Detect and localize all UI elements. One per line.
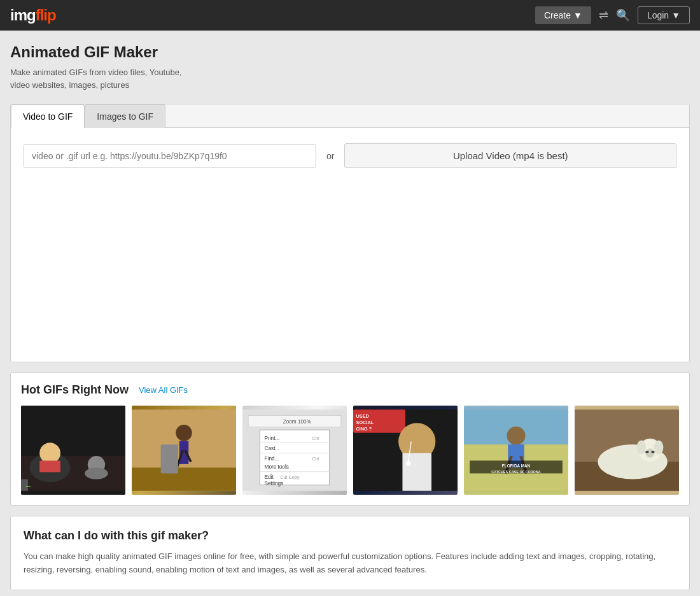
svg-text:Cut  Copy: Cut Copy bbox=[280, 474, 300, 480]
header-right: Create ▼ ⇌ 🔍 Login ▼ bbox=[535, 6, 690, 24]
svg-text:Settings: Settings bbox=[265, 481, 284, 486]
svg-text:Print...: Print... bbox=[265, 436, 280, 441]
create-button[interactable]: Create ▼ bbox=[535, 6, 591, 24]
login-label: Login bbox=[647, 10, 669, 20]
gifs-grid: ▪▪▪ bbox=[21, 406, 679, 495]
gif-image-3: Zoom 100% Print... Ctrl Cast... Find... … bbox=[242, 406, 347, 495]
tab-images-to-gif[interactable]: Images to GIF bbox=[85, 104, 165, 128]
url-input[interactable] bbox=[24, 144, 316, 168]
svg-point-58 bbox=[651, 451, 654, 453]
svg-point-54 bbox=[636, 441, 646, 455]
svg-text:CING ?: CING ? bbox=[356, 426, 372, 432]
input-area: or Upload Video (mp4 is best) bbox=[11, 128, 689, 183]
logo: imgflip bbox=[10, 6, 56, 24]
hot-gifs-section: Hot GIFs Right Now View All GIFs bbox=[10, 372, 690, 506]
page-content: Animated GIF Maker Make animated GIFs fr… bbox=[0, 31, 700, 596]
or-label: or bbox=[326, 151, 334, 161]
gif-thumbnail-5[interactable]: FLORIDA MAN CATCHES CASE OF CORONA bbox=[464, 406, 568, 495]
login-chevron-icon: ▼ bbox=[671, 10, 680, 20]
svg-point-6 bbox=[85, 467, 108, 479]
gif-thumbnail-4[interactable]: USED SOCIAL CING ? bbox=[353, 406, 458, 495]
upload-video-button[interactable]: Upload Video (mp4 is best) bbox=[344, 143, 676, 168]
gif-image-2 bbox=[132, 406, 236, 495]
header: imgflip Create ▼ ⇌ 🔍 Login ▼ bbox=[0, 0, 700, 31]
create-label: Create bbox=[544, 10, 571, 20]
shuffle-icon[interactable]: ⇌ bbox=[599, 8, 608, 22]
info-title: What can I do with this gif maker? bbox=[24, 529, 676, 543]
svg-text:USED: USED bbox=[356, 413, 369, 419]
svg-text:Zoom 100%: Zoom 100% bbox=[283, 419, 311, 425]
svg-text:CATCHES CASE OF CORONA: CATCHES CASE OF CORONA bbox=[491, 470, 541, 474]
svg-text:Cast...: Cast... bbox=[265, 446, 280, 451]
gif-thumbnail-2[interactable] bbox=[132, 406, 236, 495]
svg-rect-15 bbox=[161, 444, 178, 474]
upload-label: Upload Video bbox=[453, 150, 510, 161]
svg-point-40 bbox=[406, 461, 410, 465]
gif-image-1: ▪▪▪ bbox=[21, 406, 125, 495]
logo-text[interactable]: imgflip bbox=[10, 6, 56, 24]
info-card: What can I do with this gif maker? You c… bbox=[10, 516, 690, 590]
svg-text:FLORIDA MAN: FLORIDA MAN bbox=[502, 464, 531, 468]
svg-rect-38 bbox=[402, 453, 431, 491]
svg-point-55 bbox=[654, 441, 664, 455]
svg-text:Find...: Find... bbox=[265, 456, 279, 462]
gif-image-6 bbox=[575, 406, 679, 495]
svg-rect-4 bbox=[39, 460, 60, 472]
svg-text:Ctrl: Ctrl bbox=[312, 456, 319, 462]
svg-text:▪▪▪: ▪▪▪ bbox=[25, 483, 31, 489]
gif-thumbnail-6[interactable] bbox=[575, 406, 679, 495]
create-chevron-icon: ▼ bbox=[573, 10, 582, 20]
page-subtitle: Make animated GIFs from video files, You… bbox=[10, 66, 690, 91]
gif-thumbnail-1[interactable]: ▪▪▪ bbox=[21, 406, 125, 495]
gif-thumbnail-3[interactable]: Zoom 100% Print... Ctrl Cast... Find... … bbox=[242, 406, 347, 495]
view-all-gifs-link[interactable]: View All GIFs bbox=[139, 385, 188, 395]
svg-text:Edit: Edit bbox=[265, 474, 274, 480]
tab-video-label: Video to GIF bbox=[23, 111, 73, 122]
gif-image-5: FLORIDA MAN CATCHES CASE OF CORONA bbox=[464, 406, 568, 495]
logo-highlight: flip bbox=[36, 6, 56, 24]
svg-point-11 bbox=[176, 425, 192, 441]
tab-video-to-gif[interactable]: Video to GIF bbox=[11, 104, 85, 128]
svg-text:SOCIAL: SOCIAL bbox=[356, 420, 374, 425]
hot-gifs-title: Hot GIFs Right Now bbox=[21, 383, 129, 397]
svg-point-56 bbox=[645, 448, 655, 458]
upload-suffix: (mp4 is best) bbox=[513, 150, 568, 161]
content-area bbox=[11, 183, 689, 362]
svg-rect-10 bbox=[132, 467, 236, 490]
svg-point-43 bbox=[507, 427, 525, 445]
search-icon[interactable]: 🔍 bbox=[616, 8, 630, 22]
page-title: Animated GIF Maker bbox=[10, 43, 690, 61]
svg-point-57 bbox=[645, 451, 648, 453]
main-card: Video to GIF Images to GIF or Upload Vid… bbox=[10, 104, 690, 362]
svg-text:Ctrl: Ctrl bbox=[312, 436, 319, 441]
tab-images-label: Images to GIF bbox=[97, 111, 153, 122]
hot-gifs-header: Hot GIFs Right Now View All GIFs bbox=[21, 383, 679, 397]
tabs-container: Video to GIF Images to GIF bbox=[11, 104, 689, 128]
svg-text:More tools: More tools bbox=[265, 464, 289, 470]
gif-image-4: USED SOCIAL CING ? bbox=[353, 406, 458, 495]
info-text: You can make high quality animated GIF i… bbox=[24, 550, 676, 577]
login-button[interactable]: Login ▼ bbox=[638, 6, 690, 24]
svg-point-3 bbox=[39, 443, 60, 464]
